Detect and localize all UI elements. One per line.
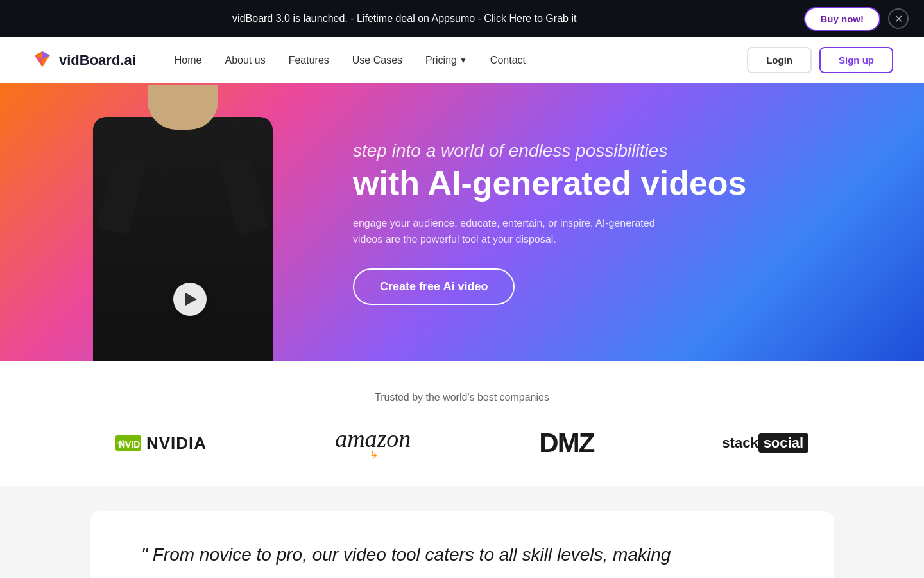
trusted-section: Trusted by the world's best companies NV…	[0, 361, 924, 486]
hero-description: engage your audience, educate, entertain…	[353, 215, 661, 248]
dmz-text: DMZ	[539, 428, 594, 458]
header: vidBoard.ai Home About us Features Use C…	[0, 37, 924, 83]
trusted-label: Trusted by the world's best companies	[51, 392, 873, 403]
nav-home[interactable]: Home	[175, 55, 202, 66]
testimonial-section: " From novice to pro, our video tool cat…	[0, 486, 924, 578]
create-video-button[interactable]: Create free Ai video	[353, 268, 515, 305]
hero-person-image	[64, 85, 302, 361]
testimonial-card: " From novice to pro, our video tool cat…	[90, 511, 834, 578]
hero-title: with AI-generated videos	[353, 166, 747, 202]
nvidia-logo: NVIDIA NVIDIA	[116, 430, 207, 456]
nav-about[interactable]: About us	[225, 55, 266, 66]
person-head	[148, 85, 218, 130]
nvidia-text: NVIDIA	[146, 434, 207, 453]
testimonial-text: " From novice to pro, our video tool cat…	[141, 542, 783, 567]
logo-icon	[31, 49, 54, 72]
company-logos-row: NVIDIA NVIDIA amazon ↳ DMZ stack social	[51, 426, 873, 460]
hero-subtitle: step into a world of endless possibiliti…	[353, 139, 747, 162]
nav-use-cases[interactable]: Use Cases	[352, 55, 402, 66]
hero-section: step into a world of endless possibiliti…	[0, 83, 924, 361]
play-icon	[185, 293, 197, 306]
social-badge: social	[758, 434, 809, 453]
announcement-text: vidBoard 3.0 is launched. - Lifetime dea…	[15, 13, 794, 24]
announcement-bar: vidBoard 3.0 is launched. - Lifetime dea…	[0, 0, 924, 37]
logo-link[interactable]: vidBoard.ai	[31, 49, 136, 72]
person-placeholder	[64, 85, 302, 361]
nav-features[interactable]: Features	[289, 55, 329, 66]
login-button[interactable]: Login	[747, 47, 812, 73]
play-button[interactable]	[173, 283, 207, 316]
chevron-down-icon: ▼	[459, 56, 467, 65]
stack-text: stack	[722, 435, 758, 451]
logo-text: vidBoard.ai	[59, 52, 136, 69]
amazon-arrow: ↳	[368, 448, 378, 460]
main-nav: Home About us Features Use Cases Pricing…	[175, 55, 747, 66]
nvidia-icon: NVIDIA	[116, 430, 141, 456]
stacksocial-logo: stack social	[722, 434, 809, 453]
nav-contact[interactable]: Contact	[490, 55, 526, 66]
close-announcement-button[interactable]: ✕	[888, 8, 909, 29]
buy-now-button[interactable]: Buy now!	[804, 7, 881, 31]
header-actions: Login Sign up	[747, 47, 893, 73]
signup-button[interactable]: Sign up	[819, 47, 893, 73]
amazon-logo: amazon ↳	[335, 426, 411, 460]
nav-pricing[interactable]: Pricing ▼	[425, 55, 467, 66]
dmz-logo: DMZ	[539, 428, 594, 459]
hero-content: step into a world of endless possibiliti…	[353, 139, 747, 305]
